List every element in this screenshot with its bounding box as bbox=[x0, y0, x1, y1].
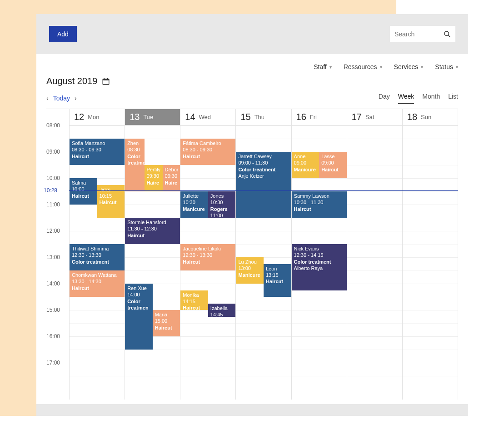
event[interactable]: Chomkwan Wattana13:30 - 14:30Haircut bbox=[70, 270, 125, 297]
event-time: 14:00 bbox=[127, 291, 150, 298]
day-name: Wed bbox=[199, 114, 211, 120]
event-service: Color treatment bbox=[127, 153, 142, 166]
filter-label: Services bbox=[394, 63, 419, 70]
prev-arrow-icon[interactable]: ‹ bbox=[46, 95, 49, 102]
event-time: 15:00 bbox=[155, 318, 178, 324]
time-label: 17:00 bbox=[46, 360, 60, 366]
event-name: Jacqueline Likoki bbox=[183, 245, 233, 252]
filters: Staff▾Ressources▾Services▾Status▾ bbox=[36, 54, 468, 70]
add-button[interactable]: Add bbox=[49, 26, 77, 42]
day-header[interactable]: 18Sun bbox=[403, 109, 458, 125]
event[interactable]: Zhen08:30Color treatment bbox=[125, 139, 144, 191]
event[interactable]: Salma10:00Haircut bbox=[70, 178, 97, 205]
event-name: Jones bbox=[210, 193, 234, 199]
day-column: 14WedFátima Cambeiro08:30 - 09:30Haircut… bbox=[180, 109, 235, 400]
today-link[interactable]: Today bbox=[53, 95, 70, 102]
event-time: 10:30 - 11:30 bbox=[294, 199, 344, 205]
event-name: Jarrett Cawsey bbox=[238, 153, 289, 160]
event[interactable]: Jarrett Cawsey09:00 - 11:30Color treatme… bbox=[236, 152, 291, 218]
event-name: Anne bbox=[294, 153, 317, 160]
svg-rect-3 bbox=[103, 79, 110, 80]
event-name: Jicks bbox=[100, 186, 123, 193]
event-service: Color treatment bbox=[72, 259, 122, 265]
event[interactable]: Thitiwat Shimma12:30 - 13:30Color treatm… bbox=[70, 244, 125, 270]
view-tab-month[interactable]: Month bbox=[422, 93, 440, 104]
time-label: 08:00 bbox=[46, 122, 60, 129]
event-time: 11:30 - 12:30 bbox=[127, 225, 178, 232]
day-header[interactable]: 16Fri bbox=[292, 109, 347, 125]
view-tab-day[interactable]: Day bbox=[379, 93, 390, 104]
event-name: Sofia Manzano bbox=[72, 140, 122, 146]
event[interactable]: Lu Zhou13:00Manicure bbox=[236, 257, 264, 284]
event-name: Zhen bbox=[127, 140, 142, 146]
day-slots[interactable] bbox=[403, 125, 458, 400]
event-name: Monika bbox=[183, 292, 206, 298]
day-header[interactable]: 15Thu bbox=[236, 109, 291, 125]
event[interactable]: Sammy Lawson10:30 - 11:30Haircut bbox=[292, 191, 347, 218]
event-time: 13:00 bbox=[238, 265, 261, 271]
day-slots[interactable]: Zhen08:30Color treatmentPerfily09:30Hair… bbox=[125, 125, 180, 400]
day-number: 18 bbox=[407, 112, 417, 122]
day-slots[interactable]: Jarrett Cawsey09:00 - 11:30Color treatme… bbox=[236, 125, 291, 400]
event[interactable]: Nick Evans12:30 - 14:15Color treatmentAl… bbox=[292, 244, 347, 290]
event[interactable]: Izabella14:45 bbox=[208, 304, 236, 317]
event[interactable]: Monika14:15Haircut bbox=[180, 290, 208, 310]
filter-services[interactable]: Services▾ bbox=[394, 63, 424, 70]
day-column: 13TueZhen08:30Color treatmentPerfily09:3… bbox=[125, 109, 180, 400]
event-service: Manicure bbox=[294, 166, 317, 173]
event-time: 12:30 - 13:30 bbox=[183, 252, 233, 258]
event-service: Color treatment bbox=[238, 166, 289, 173]
event[interactable]: Lasse09:00Haircut bbox=[319, 152, 347, 178]
app-shell: Add Staff▾Ressources▾Services▾Status▾ Au… bbox=[36, 14, 468, 416]
day-header[interactable]: 17Sat bbox=[347, 109, 402, 125]
search-box[interactable] bbox=[390, 26, 455, 42]
filter-ressources[interactable]: Ressources▾ bbox=[344, 63, 382, 70]
filter-staff[interactable]: Staff▾ bbox=[314, 63, 332, 70]
event-name: Chomkwan Wattana bbox=[72, 272, 122, 278]
event-service: Haircut bbox=[266, 278, 289, 285]
event-extra: Anje Keizer bbox=[238, 173, 289, 179]
day-name: Tue bbox=[143, 114, 153, 120]
event-name: Lu Zhou bbox=[238, 259, 261, 265]
event[interactable]: Stormie Hansford11:30 - 12:30Haircut bbox=[125, 218, 180, 244]
day-number: 13 bbox=[130, 112, 140, 122]
event[interactable]: Juliette10:30Manicure bbox=[180, 191, 208, 218]
event[interactable]: Jacqueline Likoki12:30 - 13:30Haircut bbox=[180, 244, 235, 270]
search-input[interactable] bbox=[394, 30, 444, 38]
event-time: 08:30 - 09:30 bbox=[183, 146, 233, 153]
event-service: Hairc bbox=[147, 180, 160, 186]
day-slots[interactable]: Fátima Cambeiro08:30 - 09:30HaircutJulie… bbox=[180, 125, 235, 400]
event[interactable]: Sofia Manzano08:30 - 09:30Haircut bbox=[70, 139, 125, 165]
day-name: Thu bbox=[254, 114, 264, 120]
page-title: August 2019 bbox=[46, 76, 97, 86]
filter-label: Ressources bbox=[344, 63, 377, 70]
event[interactable]: Leon13:15Haircut bbox=[264, 264, 291, 297]
event-time: 14:45 bbox=[210, 311, 234, 317]
filter-label: Staff bbox=[314, 63, 327, 70]
filter-status[interactable]: Status▾ bbox=[435, 63, 458, 70]
day-number: 14 bbox=[185, 112, 195, 122]
day-slots[interactable]: Sofia Manzano08:30 - 09:30HaircutSalma10… bbox=[70, 125, 125, 400]
title-row: August 2019 bbox=[36, 70, 468, 86]
event[interactable]: Débor09:30Hairc bbox=[163, 165, 180, 191]
event[interactable]: Fátima Cambeiro08:30 - 09:30Haircut bbox=[180, 139, 235, 165]
event[interactable]: Jicks10:15Haircut bbox=[97, 185, 125, 218]
day-slots[interactable]: Anne09:00ManicureLasse09:00HaircutSammy … bbox=[292, 125, 347, 400]
event[interactable]: Perfily09:30Hairc bbox=[145, 165, 163, 191]
day-number: 12 bbox=[74, 112, 84, 122]
day-header[interactable]: 14Wed bbox=[180, 109, 235, 125]
view-tab-list[interactable]: List bbox=[448, 93, 458, 104]
event[interactable]: Ren Xue14:00Color treatmen bbox=[125, 284, 153, 350]
day-header[interactable]: 12Mon bbox=[70, 109, 125, 125]
event[interactable]: Jones10:30Rogers11:00 bbox=[208, 191, 236, 218]
view-tab-week[interactable]: Week bbox=[398, 93, 414, 104]
nav-left: ‹ Today › bbox=[46, 95, 77, 102]
event-name: Débor bbox=[165, 166, 178, 173]
day-slots[interactable] bbox=[347, 125, 402, 400]
calendar-icon[interactable] bbox=[102, 77, 110, 85]
next-arrow-icon[interactable]: › bbox=[75, 95, 77, 102]
event[interactable]: Anne09:00Manicure bbox=[292, 152, 319, 178]
day-header[interactable]: 13Tue bbox=[125, 109, 180, 125]
event-name: Salma bbox=[72, 180, 95, 186]
event[interactable]: Maria15:00Haircut bbox=[153, 310, 180, 336]
